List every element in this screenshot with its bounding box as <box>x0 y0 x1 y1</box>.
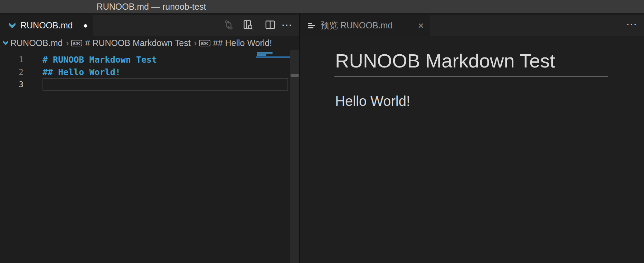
breadcrumb: RUNOOB.md › abc # RUNOOB Markdown Test ›… <box>0 36 299 50</box>
minimap-line-1 <box>257 52 273 54</box>
symbol-string-icon: abc <box>71 40 82 46</box>
line-text: ## Hello World! <box>42 67 121 77</box>
breadcrumb-heading1[interactable]: # RUNOOB Markdown Test <box>85 38 190 48</box>
breadcrumb-separator: › <box>194 38 197 48</box>
editor-line-2[interactable]: 2 ## Hello World! <box>0 66 290 78</box>
preview-heading-rule <box>334 76 608 77</box>
overview-ruler-cursor-marker <box>291 74 299 77</box>
open-changes-icon[interactable] <box>224 20 234 30</box>
line-text: # RUNOOB Markdown Test <box>42 55 157 65</box>
modified-dot-icon[interactable]: ● <box>83 22 88 29</box>
markdown-preview-pane: RUNOOB Markdown Test Hello World! <box>300 36 644 263</box>
tab-runoob-md[interactable]: RUNOOB.md ● <box>0 15 93 36</box>
close-icon[interactable]: × <box>418 20 424 31</box>
split-editor-icon[interactable] <box>265 20 275 30</box>
tab-label: RUNOOB.md <box>20 20 73 30</box>
preview-heading-1: RUNOOB Markdown Test <box>335 51 555 71</box>
vertical-scrollbar[interactable] <box>290 50 299 263</box>
editor-line-1[interactable]: 1 # RUNOOB Markdown Test <box>0 53 290 66</box>
line-number: 2 <box>0 67 23 76</box>
breadcrumb-separator: › <box>66 38 69 48</box>
markdown-preview-icon <box>307 21 316 30</box>
open-preview-side-icon[interactable] <box>243 20 253 30</box>
line-number-active: 3 <box>0 80 23 89</box>
tab-label: 预览 RUNOOB.md <box>321 20 392 31</box>
markdown-file-icon <box>8 22 16 29</box>
line-number: 1 <box>0 55 23 64</box>
title-bar: RUNOOB.md — runoob-test <box>0 0 644 13</box>
markdown-file-icon-small <box>2 40 9 46</box>
breadcrumb-heading2[interactable]: ## Hello World! <box>213 38 272 48</box>
more-actions-button[interactable]: ⋯ <box>626 19 637 30</box>
breadcrumb-file[interactable]: RUNOOB.md <box>10 38 63 48</box>
current-line-highlight <box>42 78 288 91</box>
window-title: RUNOOB.md — runoob-test <box>97 2 206 12</box>
minimap-current-line-highlight <box>256 56 291 58</box>
tab-preview-runoob-md[interactable]: 预览 RUNOOB.md × <box>300 15 430 36</box>
more-actions-button[interactable]: ⋯ <box>281 19 293 30</box>
minimap-line-2 <box>257 54 266 56</box>
vscode-window: { "titlebar": { "title": "RUNOOB.md — ru… <box>0 0 644 263</box>
preview-heading-2: Hello World! <box>335 93 410 109</box>
symbol-string-icon: abc <box>199 40 210 46</box>
